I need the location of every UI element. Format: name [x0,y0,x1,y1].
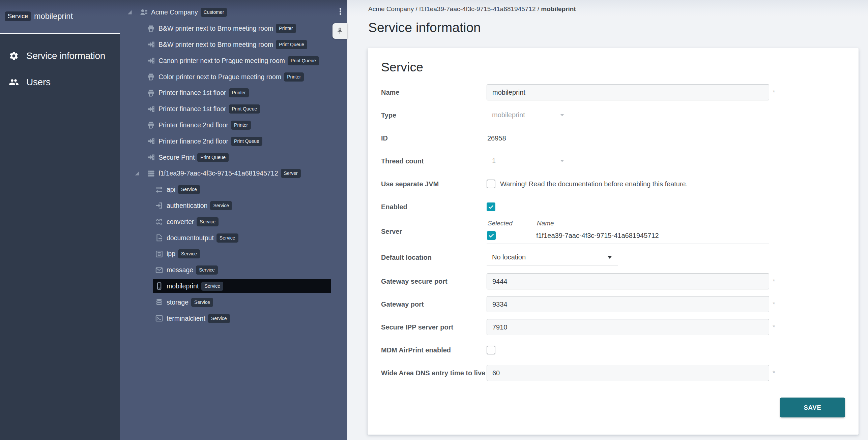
sidebar-item-label: Users [26,77,51,88]
tree-node-ipp[interactable]: ippService [120,246,347,262]
tree-node-b-w-printer-next-to-brno-meeting-room[interactable]: B&W printer next to Brno meeting roomPri… [120,37,347,53]
tree-node-mobileprint[interactable]: mobileprintService [120,278,347,294]
name-input[interactable] [487,84,769,100]
form-row-use-separate-jvm: Use separate JVMWarning! Read the docume… [381,176,390,192]
enabled-checkbox[interactable] [487,202,495,211]
field-control [487,346,495,354]
chevron-down-icon [607,256,612,259]
print-queue-icon [147,153,155,161]
printer-icon [147,73,155,81]
tree-node-message[interactable]: messageService [120,262,347,278]
main-content: Acme Company / f1f1ea39-7aac-4f3c-9715-4… [347,0,868,440]
required-asterisk: * [773,323,775,331]
field-control: mobileprint [487,107,569,123]
tree-node-canon-printer-next-to-prague-meeting-room[interactable]: Canon printer next to Prague meeting roo… [120,53,347,69]
form-row-mdm-airprint-enabled: MDM AirPrint enabled [381,342,390,358]
tree-node-authentication[interactable]: authenticationService [120,198,347,214]
entity-title: mobileprint [34,12,73,21]
pin-button[interactable] [332,23,347,39]
tree-node-b-w-printer-next-to-brno-meeting-room[interactable]: B&W printer next to Brno meeting roomPri… [120,21,347,37]
save-button[interactable]: SAVE [780,398,845,417]
select-value: 1 [492,157,496,165]
field-label: Name [381,89,487,96]
tree-node-color-printer-next-to-prague-meeting-room[interactable]: Color printer next to Prague meeting roo… [120,69,347,85]
tree-node-label: Printer finance 1st floor [158,105,226,113]
tree-node-secure-print[interactable]: Secure PrintPrint Queue [120,149,347,165]
field-label: Use separate JVM [381,180,487,188]
wide-area-dns-entry-time-to-live-input[interactable] [487,365,769,381]
server-table-header: SelectedName [487,219,769,228]
tree-node-label: Printer finance 2nd floor [158,137,228,145]
field-control: 1 [487,153,569,169]
authentication-icon [155,201,163,210]
tree-node-badge: Print Queue [231,137,262,146]
breadcrumb-item[interactable]: f1f1ea39-7aac-4f3c-9715-41a681945712 [419,5,536,12]
sidebar-item-service-information[interactable]: Service information [0,48,120,64]
required-asterisk: * [773,89,775,96]
field-label: ID [381,134,487,142]
field-control: No location [487,249,618,265]
tree-node-api[interactable]: apiService [120,182,347,198]
sidebar-header: Service mobileprint [0,0,120,34]
expander-icon[interactable] [135,171,139,176]
form-row-wide-area-dns-entry-time-to-live: Wide Area DNS entry time to live* [381,365,845,381]
type-select[interactable]: mobileprint [487,107,569,123]
print-queue-icon [147,40,155,49]
id-value: 26958 [487,134,506,142]
tree-node-acme-company[interactable]: Acme CompanyCustomer [120,4,347,21]
gear-icon [9,51,19,61]
thread-count-select[interactable]: 1 [487,153,569,169]
tree-node-badge: Service [191,298,213,307]
print-queue-icon [147,105,155,113]
mdm-airprint-enabled-checkbox[interactable] [487,346,495,354]
tree-node-badge: Server [281,169,301,178]
expander-icon[interactable] [127,10,132,14]
sidebar-menu: Service informationUsers [0,34,120,100]
printer-icon [147,25,155,33]
field-control [487,202,495,211]
field-control: * [487,296,775,312]
breadcrumb-separator: / [414,5,419,12]
field-control: 26958 [487,134,506,142]
tree-node-printer-finance-1st-floor[interactable]: Printer finance 1st floorPrint Queue [120,101,347,117]
gateway-secure-port-input[interactable] [487,273,769,289]
tree-node-documentoutput[interactable]: documentoutputService [120,230,347,246]
tree-node-printer-finance-1st-floor[interactable]: Printer finance 1st floorPrinter [120,85,347,101]
secure-ipp-server-port-input[interactable] [487,319,769,335]
tree-node-storage[interactable]: storageService [120,294,347,310]
form-row-type: Typemobileprint [381,107,845,123]
use-separate-jvm-checkbox[interactable] [487,180,495,188]
tree-node-badge: Print Queue [276,40,307,49]
tree-node-label: Acme Company [151,8,198,16]
tree-node-badge: Print Queue [197,153,229,162]
breadcrumb-item[interactable]: Acme Company [368,5,414,12]
form-row-enabled: Enabled [381,199,390,215]
server-selected-checkbox[interactable] [487,231,496,240]
tree-node-printer-finance-2nd-floor[interactable]: Printer finance 2nd floorPrint Queue [120,133,347,149]
tree-node-badge: Customer [201,8,227,17]
gateway-port-input[interactable] [487,296,769,312]
check-icon [488,203,494,210]
tree-node-label: ipp [167,250,175,258]
field-label: MDM AirPrint enabled [381,346,487,354]
tree-node-label: terminalclient [167,315,205,322]
field-label: Wide Area DNS entry time to live [381,369,487,377]
tree-menu-button[interactable] [340,7,342,15]
server-table: SelectedNamef1f1ea39-7aac-4f3c-9715-41a6… [487,219,769,244]
sidebar-item-label: Service information [26,51,105,61]
tree-node-printer-finance-2nd-floor[interactable]: Printer finance 2nd floorPrinter [120,117,347,133]
sidebar-item-users[interactable]: Users [0,74,120,90]
tree-node-label: message [167,266,193,274]
tree-node-converter[interactable]: converterService [120,214,347,230]
tree-node-badge: Print Queue [288,56,319,65]
tree-node-badge: Print Queue [229,104,260,114]
field-control: * [487,365,775,381]
tree-node-label: documentoutput [167,234,214,242]
tree-node-badge: Printer [231,121,251,130]
field-control: * [487,319,775,335]
tree-node-label: authentication [167,202,207,210]
tree-node-terminalclient[interactable]: terminalclientService [120,310,347,326]
form-row-id: ID26958 [381,130,845,146]
default-location-select[interactable]: No location [487,249,618,265]
tree-node-f1f1ea39-7aac-4f3c-9715-41a681945712[interactable]: f1f1ea39-7aac-4f3c-9715-41a681945712Serv… [120,165,347,182]
